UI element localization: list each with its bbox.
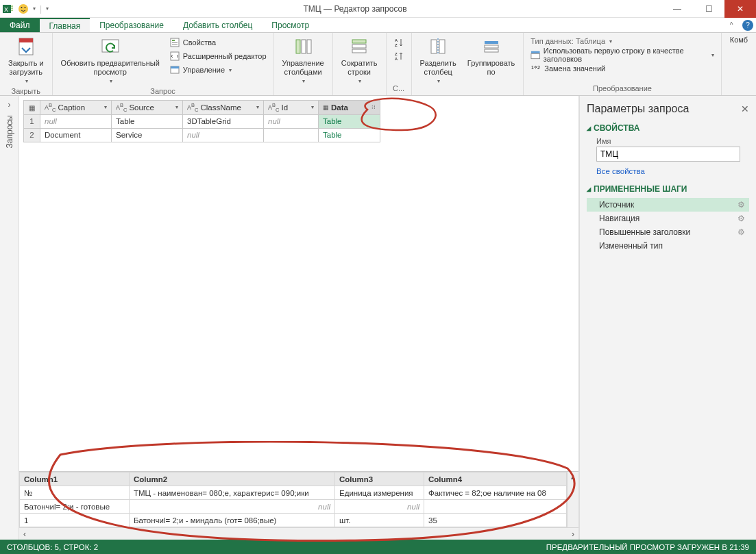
advanced-editor-button[interactable]: Расширенный редактор	[167, 49, 269, 63]
properties-button[interactable]: Свойства	[167, 36, 269, 49]
reduce-rows-button[interactable]: Сократить строки	[337, 34, 382, 86]
minimize-button[interactable]: —	[661, 0, 693, 18]
prow-1[interactable]: №ТМЦ - наименован= 080;е, характерис= 09…	[20, 486, 567, 500]
split-column-button[interactable]: Разделить столбец	[416, 34, 461, 86]
group-label-sort: С...	[391, 83, 407, 95]
svg-rect-22	[352, 45, 366, 48]
svg-text:Z: Z	[395, 43, 398, 47]
pcol-4[interactable]: Column4	[424, 473, 567, 486]
tab-file[interactable]: Файл	[0, 18, 40, 32]
tab-addcolumn[interactable]: Добавить столбец	[173, 18, 262, 32]
svg-text:A: A	[395, 38, 398, 42]
first-row-headers-button[interactable]: Использовать первую строку в качестве за…	[528, 48, 716, 62]
svg-rect-21	[352, 40, 366, 43]
col-source[interactable]: ABCSource▾	[112, 101, 183, 115]
cell-data-2[interactable]: Table	[319, 128, 380, 142]
refresh-icon	[99, 36, 121, 58]
help-button[interactable]: ?	[740, 18, 756, 32]
gear-icon[interactable]: ⚙	[737, 200, 745, 210]
svg-rect-34	[531, 53, 540, 58]
section-steps[interactable]: ПРИМЕНЕННЫЕ ШАГИ	[587, 184, 749, 194]
svg-rect-20	[307, 40, 311, 53]
grid-corner[interactable]: ▦	[24, 101, 40, 115]
pcol-2[interactable]: Column2	[130, 473, 335, 486]
svg-rect-3	[11, 8, 13, 9]
refresh-preview-button[interactable]: Обновить предварительный просмотр	[57, 34, 164, 86]
rows-icon	[348, 36, 370, 58]
replace-icon: 12	[531, 63, 541, 74]
gear-icon[interactable]: ⚙	[737, 214, 745, 223]
preview-hscroll[interactable]: ‹ ›	[19, 527, 578, 540]
split-icon	[427, 36, 449, 58]
svg-point-7	[25, 7, 26, 8]
group-by-button[interactable]: Группировать по	[463, 34, 520, 78]
group-label-transform: Преобразование	[528, 83, 716, 95]
svg-rect-13	[172, 42, 178, 43]
emoji-icon	[18, 3, 29, 14]
prow-2[interactable]: Батончиl= 2;и - готовыеnullnull	[20, 500, 567, 514]
svg-point-5	[19, 4, 28, 14]
main-grid[interactable]: ▦ ABCCaption▾ ABCSource▾ ABCClassName▾ A…	[23, 100, 380, 142]
step-changed-type[interactable]: Измененный тип	[587, 239, 749, 253]
cell-data-1[interactable]: Table	[319, 114, 380, 128]
expand-sidebar-icon[interactable]: ›	[8, 100, 11, 110]
step-source[interactable]: Источник⚙	[587, 198, 749, 212]
tab-home[interactable]: Главная	[40, 18, 90, 32]
pcol-1[interactable]: Column1	[20, 473, 130, 486]
grid-row-1[interactable]: 1 null Table 3DTableGrid null Table	[24, 114, 380, 128]
ribbon-tabs: Файл Главная Преобразование Добавить сто…	[0, 18, 756, 33]
col-data[interactable]: ▦Data⁝⁞	[319, 101, 380, 115]
svg-rect-2	[11, 5, 13, 7]
dropdown-indicator-icon[interactable]: ▾	[33, 5, 36, 12]
replace-values-button[interactable]: 12 Замена значений	[528, 62, 716, 75]
datatype-button[interactable]: Тип данных: Таблица	[528, 34, 716, 48]
panel-title: Параметры запроса	[587, 103, 689, 115]
name-label: Имя	[596, 137, 749, 145]
close-load-button[interactable]: Закрыть и загрузить	[4, 34, 48, 86]
all-properties-link[interactable]: Все свойства	[596, 167, 645, 175]
svg-rect-18	[296, 40, 300, 53]
queries-sidebar-collapsed[interactable]: › Запросы	[0, 96, 19, 540]
tab-view[interactable]: Просмотр	[262, 18, 319, 32]
maximize-button[interactable]: ☐	[693, 0, 724, 18]
svg-text:X: X	[4, 6, 8, 13]
col-classname[interactable]: ABCClassName▾	[183, 101, 264, 115]
svg-rect-32	[485, 49, 498, 52]
panel-close-icon[interactable]: ✕	[741, 103, 749, 114]
prow-3[interactable]: 1Батончиl= 2;и - миндаль (гот= 086;вые)ш…	[20, 514, 567, 527]
svg-rect-19	[302, 40, 306, 53]
combine-button[interactable]: Комб	[726, 34, 752, 46]
group-icon	[480, 36, 502, 58]
pcol-3[interactable]: Column3	[335, 473, 424, 486]
preview-grid[interactable]: Column1 Column2 Column3 Column4 №ТМЦ - н…	[19, 472, 567, 527]
status-right: ПРЕДВАРИТЕЛЬНЫЙ ПРОСМОТР ЗАГРУЖЕН В 21:3…	[546, 543, 749, 551]
scroll-right-icon[interactable]: ›	[572, 529, 574, 539]
svg-rect-15	[171, 52, 179, 60]
ribbon-collapse-icon[interactable]: ^	[723, 18, 740, 32]
sort-asc-button[interactable]: AZ	[391, 36, 407, 49]
svg-rect-31	[485, 45, 498, 48]
col-id[interactable]: ABCId▾	[264, 101, 319, 115]
sort-desc-button[interactable]: ZA	[391, 49, 407, 63]
step-promoted-headers[interactable]: Повышенные заголовки⚙	[587, 225, 749, 239]
svg-rect-28	[431, 40, 437, 53]
gear-icon[interactable]: ⚙	[737, 227, 745, 237]
manage-button[interactable]: Управление	[167, 63, 269, 77]
svg-text:1: 1	[531, 65, 534, 70]
svg-text:A: A	[395, 57, 398, 61]
step-navigation[interactable]: Навигация⚙	[587, 212, 749, 225]
headers-icon	[531, 49, 540, 60]
scroll-up-icon[interactable]: ▴	[571, 472, 575, 481]
name-input[interactable]	[596, 147, 740, 162]
grid-row-2[interactable]: 2 Document Service null Table	[24, 128, 380, 142]
col-caption[interactable]: ABCCaption▾	[40, 101, 112, 115]
preview-vscroll[interactable]: ▴	[567, 472, 578, 527]
close-button[interactable]: ✕	[724, 0, 756, 18]
section-properties[interactable]: СВОЙСТВА	[587, 123, 749, 133]
svg-rect-23	[352, 49, 366, 53]
manage-columns-button[interactable]: Управление столбцами	[278, 34, 328, 86]
columns-icon	[292, 36, 314, 58]
manage-icon	[169, 64, 180, 75]
tab-transform[interactable]: Преобразование	[90, 18, 173, 32]
status-bar: СТОЛБЦОВ: 5, СТРОК: 2 ПРЕДВАРИТЕЛЬНЫЙ ПР…	[0, 540, 756, 554]
